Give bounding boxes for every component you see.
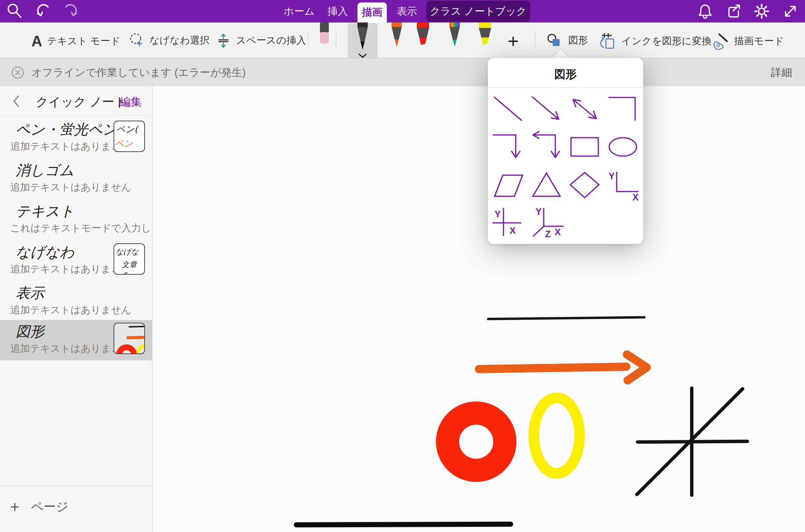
- lasso-select-button[interactable]: なげなわ選択: [129, 33, 210, 48]
- shape-arrow[interactable]: [527, 91, 566, 127]
- text-mode-label: テキスト モード: [47, 34, 120, 48]
- ink-black-line-top: [488, 317, 644, 319]
- page-item-eraser[interactable]: 消しゴム 追加テキストはありません: [0, 159, 152, 198]
- svg-text:Y: Y: [495, 209, 501, 219]
- divider: [488, 87, 643, 88]
- ink-to-shape-label: インクを図形に変換: [621, 34, 712, 48]
- page-title-ink: 図形: [16, 322, 44, 341]
- shapes-label: 図形: [568, 34, 588, 47]
- orange-pen-tool[interactable]: [388, 22, 405, 48]
- page-thumbnail: なげな 文章を: [114, 243, 145, 275]
- shapes-popup: 図形: [488, 58, 643, 244]
- notebook-section-title: クイック ノート: [36, 94, 127, 110]
- shapes-button[interactable]: 図形: [546, 33, 588, 48]
- onenote-app: ホーム 挿入 描画 表示 クラス ノートブック A: [0, 0, 805, 532]
- ink-black-line-bottom: [296, 524, 511, 525]
- shapes-preview-icon: [114, 323, 144, 353]
- notifications-bell-icon[interactable]: [697, 3, 714, 20]
- top-app-bar: ホーム 挿入 描画 表示 クラス ノートブック: [0, 0, 805, 22]
- shape-triangle[interactable]: [527, 167, 566, 204]
- back-chevron-icon[interactable]: [12, 94, 20, 108]
- svg-text:Y: Y: [609, 171, 615, 181]
- search-icon[interactable]: [6, 3, 23, 20]
- draw-toolbar: A テキスト モード なげなわ選択 スペースの挿入: [0, 22, 805, 58]
- share-icon[interactable]: [725, 3, 742, 20]
- ink-strokes: [153, 86, 805, 532]
- shapes-icon: [546, 33, 564, 48]
- tab-draw[interactable]: 描画: [357, 2, 387, 22]
- page-title-ink: 消しゴム: [16, 161, 74, 180]
- svg-text:Z: Z: [545, 229, 551, 239]
- page-item-pen[interactable]: ペン・蛍光ペン 追加テキストはありま… ペン( ペン: [0, 118, 152, 157]
- insert-space-button[interactable]: スペースの挿入: [216, 33, 306, 48]
- page-item-text[interactable]: テキスト これはテキストモードで入力し…: [0, 200, 152, 239]
- page-subtitle: 追加テキストはありま…: [10, 262, 121, 276]
- details-link[interactable]: 詳細: [771, 65, 792, 80]
- tab-home[interactable]: ホーム: [282, 0, 316, 22]
- thumb-ink-text: なげな: [116, 247, 139, 257]
- svg-text:Y: Y: [536, 207, 542, 217]
- shape-elbow-arrow-left-down[interactable]: [527, 129, 566, 166]
- svg-text:X: X: [632, 192, 639, 202]
- add-pen-button[interactable]: +: [508, 30, 519, 52]
- edit-button[interactable]: 編集: [119, 94, 142, 110]
- page-subtitle: これはテキストモードで入力し…: [10, 222, 161, 235]
- popup-callout-arrow: [552, 50, 570, 59]
- shape-diamond[interactable]: [566, 167, 604, 204]
- shape-axes-cross[interactable]: Y X: [489, 204, 527, 241]
- page-subtitle: 追加テキストはありません: [10, 303, 131, 317]
- svg-text:X: X: [510, 226, 516, 236]
- page-thumbnail-shapes: [114, 323, 145, 354]
- page-title-ink: 表示: [16, 284, 44, 303]
- text-mode-button[interactable]: A テキスト モード: [31, 33, 120, 50]
- settings-gear-icon[interactable]: [753, 3, 770, 20]
- thumb-ink-text-orange: ペン: [115, 138, 133, 150]
- draw-mode-label: 描画モード: [734, 34, 784, 48]
- insert-space-icon: [216, 33, 231, 48]
- undo-icon[interactable]: [35, 3, 52, 20]
- shape-elbow[interactable]: [604, 91, 642, 127]
- tab-class-notebook[interactable]: クラス ノートブック: [426, 1, 530, 22]
- add-page-label: ページ: [31, 499, 69, 515]
- sidebar-footer: + ページ: [0, 486, 152, 532]
- add-page-button[interactable]: + ページ: [10, 498, 69, 516]
- page-item-lasso[interactable]: なげなわ 追加テキストはありま… なげな 文章を: [0, 241, 152, 280]
- black-pen-icon: [354, 22, 371, 52]
- ink-yellow-ellipse: [534, 398, 580, 473]
- page-title-ink: ペン・蛍光ペン: [16, 120, 117, 139]
- eraser-tool[interactable]: [316, 22, 333, 45]
- tab-insert[interactable]: 挿入: [324, 0, 351, 22]
- thumb-ink-text: ペン(: [116, 123, 138, 135]
- yellow-highlighter-tool[interactable]: [476, 22, 494, 47]
- page-title-ink: テキスト: [16, 202, 74, 221]
- page-list-sidebar: クイック ノート 編集 ペン・蛍光ペン 追加テキストはありま… ペン( ペン 消…: [0, 86, 152, 532]
- fullscreen-expand-icon[interactable]: [782, 3, 799, 20]
- rainbow-pen-tool[interactable]: [446, 22, 463, 48]
- drawing-canvas[interactable]: [153, 86, 805, 532]
- ink-to-shape-button[interactable]: インクを図形に変換: [599, 33, 712, 50]
- redo-icon[interactable]: [62, 3, 79, 20]
- draw-mode-button[interactable]: 描画モード: [712, 33, 784, 50]
- sidebar-header: クイック ノート 編集: [0, 86, 152, 116]
- shape-axes-xy[interactable]: Y X: [604, 167, 642, 204]
- tab-view[interactable]: 表示: [396, 0, 418, 22]
- page-subtitle: 追加テキストはありま…: [10, 140, 121, 153]
- red-highlighter-tool[interactable]: [414, 22, 432, 47]
- shape-elbow-arrow-down[interactable]: [489, 129, 527, 166]
- page-item-view[interactable]: 表示 追加テキストはありません: [0, 282, 152, 321]
- shape-rectangle[interactable]: [566, 129, 604, 166]
- shape-double-arrow[interactable]: [566, 91, 604, 127]
- black-pen-tool-selected[interactable]: [348, 23, 378, 61]
- shape-ellipse[interactable]: [604, 129, 642, 166]
- shapes-popup-title: 図形: [488, 67, 643, 82]
- shape-parallelogram[interactable]: [489, 167, 527, 204]
- svg-text:X: X: [555, 227, 561, 237]
- shape-axes-xyz[interactable]: Y Z X: [527, 204, 566, 241]
- page-subtitle: 追加テキストはありま…: [10, 342, 121, 355]
- offline-notification-bar: オフラインで作業しています (エラーが発生) 詳細: [0, 58, 805, 87]
- shape-line[interactable]: [489, 91, 527, 127]
- page-item-shapes-selected[interactable]: 図形 追加テキストはありま…: [0, 320, 152, 360]
- error-x-circle-icon[interactable]: [10, 65, 25, 80]
- plus-icon: +: [508, 30, 519, 52]
- page-thumbnail: ペン( ペン: [114, 121, 145, 152]
